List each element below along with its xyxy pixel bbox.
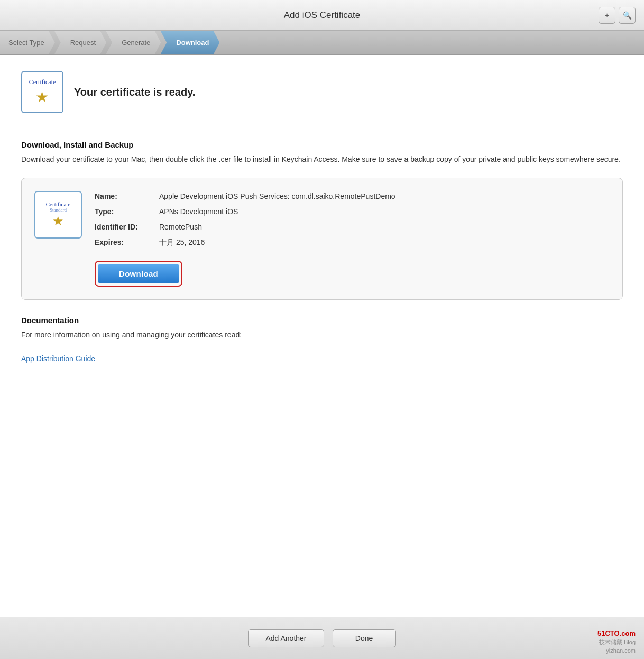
page-title: Add iOS Certificate bbox=[284, 10, 361, 21]
step-generate[interactable]: Generate bbox=[106, 31, 161, 54]
download-btn-wrapper: Download bbox=[95, 261, 182, 287]
cert-ready-heading: Your certificate is ready. bbox=[74, 86, 195, 98]
cert-ready-section: Certificate ★ Your certificate is ready. bbox=[21, 71, 623, 124]
doc-body: For more information on using and managi… bbox=[21, 329, 623, 341]
detail-type-row: Type: APNs Development iOS bbox=[95, 206, 610, 217]
download-section-body: Download your certificate to your Mac, t… bbox=[21, 153, 623, 165]
app-distribution-guide-link[interactable]: App Distribution Guide bbox=[21, 354, 95, 363]
done-button[interactable]: Done bbox=[333, 629, 396, 647]
footer: Add Another Done 51CTO.com 技术储藏 Blog yiz… bbox=[0, 617, 644, 659]
detail-name-row: Name: Apple Development iOS Push Service… bbox=[95, 191, 610, 202]
cert-small-icon: Certificate ★ bbox=[21, 71, 63, 113]
add-another-button[interactable]: Add Another bbox=[248, 629, 324, 647]
card-download-button[interactable]: Download bbox=[98, 264, 179, 283]
doc-heading: Documentation bbox=[21, 316, 623, 325]
detail-identifier-row: Identifier ID: RemotePush bbox=[95, 222, 610, 233]
step-request[interactable]: Request bbox=[54, 31, 106, 54]
steps-bar: Select Type Request Generate Download bbox=[0, 31, 644, 55]
download-section-heading: Download, Install and Backup bbox=[21, 140, 623, 149]
title-bar-buttons: + 🔍 bbox=[599, 7, 636, 24]
cert-card: Certificate Standard ★ Name: Apple Devel… bbox=[21, 178, 623, 300]
step-download[interactable]: Download bbox=[160, 31, 219, 54]
add-button[interactable]: + bbox=[599, 7, 615, 24]
search-button[interactable]: 🔍 bbox=[619, 7, 636, 24]
cert-card-details: Name: Apple Development iOS Push Service… bbox=[95, 191, 610, 287]
detail-expires-row: Expires: 十月 25, 2016 bbox=[95, 237, 610, 248]
watermark: 51CTO.com 技术储藏 Blog yizhan.com bbox=[597, 629, 636, 655]
cert-card-icon: Certificate Standard ★ bbox=[34, 191, 82, 239]
main-content: Certificate ★ Your certificate is ready.… bbox=[0, 55, 644, 617]
title-bar: Add iOS Certificate + 🔍 bbox=[0, 0, 644, 31]
step-select-type[interactable]: Select Type bbox=[0, 31, 55, 54]
